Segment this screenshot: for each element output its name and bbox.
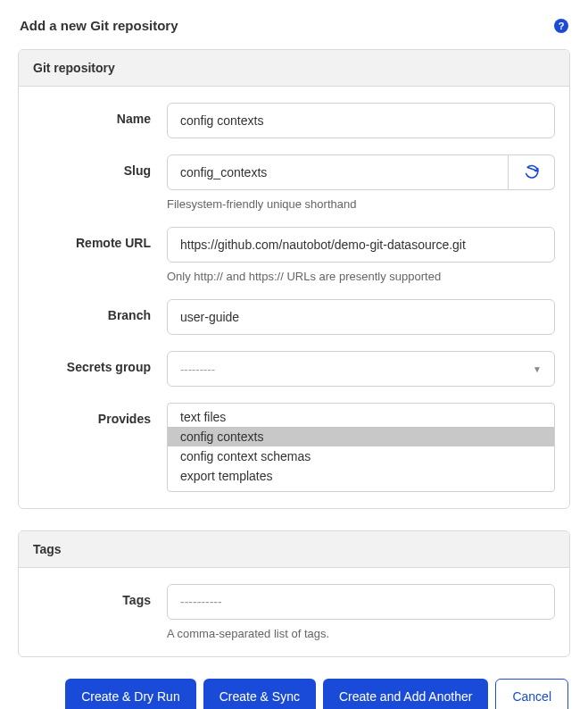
provides-option[interactable]: text files xyxy=(168,407,554,427)
tags-panel: Tags Tags A comma-separated list of tags… xyxy=(18,530,570,657)
name-label: Name xyxy=(33,103,167,126)
secrets-group-select[interactable]: --------- ▼ xyxy=(167,351,555,387)
panel-header-tags: Tags xyxy=(19,531,569,568)
provides-option[interactable]: config contexts xyxy=(168,427,554,446)
create-add-another-button[interactable]: Create and Add Another xyxy=(323,679,488,709)
secrets-group-label: Secrets group xyxy=(33,351,167,374)
form-actions: Create & Dry Run Create & Sync Create an… xyxy=(18,679,570,709)
provides-option[interactable]: config context schemas xyxy=(168,446,554,466)
panel-header-git: Git repository xyxy=(19,50,569,87)
create-dry-run-button[interactable]: Create & Dry Run xyxy=(65,679,195,709)
secrets-group-placeholder: --------- xyxy=(180,363,533,376)
slug-label: Slug xyxy=(33,154,167,178)
name-input[interactable] xyxy=(167,103,555,138)
create-sync-button[interactable]: Create & Sync xyxy=(203,679,316,709)
git-repository-panel: Git repository Name Slug xyxy=(18,49,570,509)
branch-input[interactable] xyxy=(167,299,555,335)
provides-option[interactable]: export templates xyxy=(168,466,554,486)
remote-url-help-text: Only http:// and https:// URLs are prese… xyxy=(167,270,555,283)
remote-url-label: Remote URL xyxy=(33,227,167,250)
remote-url-input[interactable] xyxy=(167,227,555,263)
provides-listbox[interactable]: text filesconfig contextsconfig context … xyxy=(167,403,555,492)
page-title: Add a new Git repository xyxy=(20,18,178,33)
tags-input[interactable] xyxy=(167,584,555,620)
help-icon[interactable]: ? xyxy=(554,19,568,33)
provides-label: Provides xyxy=(33,403,167,426)
slug-help-text: Filesystem-friendly unique shorthand xyxy=(167,197,555,211)
slug-refresh-button[interactable] xyxy=(509,154,555,190)
refresh-icon xyxy=(524,164,540,180)
tags-label: Tags xyxy=(33,584,167,607)
slug-input[interactable] xyxy=(167,154,509,190)
caret-down-icon: ▼ xyxy=(533,364,542,374)
tags-help-text: A comma-separated list of tags. xyxy=(167,627,555,640)
branch-label: Branch xyxy=(33,299,167,322)
cancel-button[interactable]: Cancel xyxy=(495,679,568,709)
